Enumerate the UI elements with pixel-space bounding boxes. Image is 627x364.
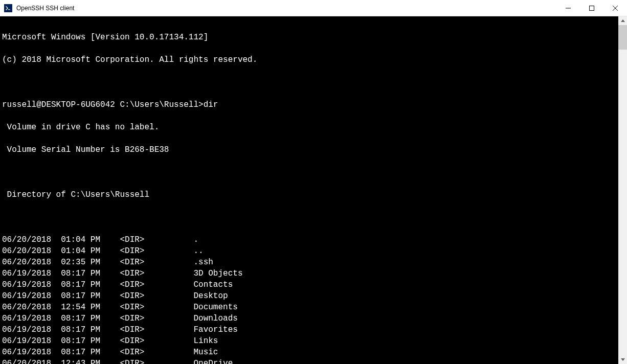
window-title: OpenSSH SSH client	[16, 5, 556, 12]
dir-listing: 06/20/2018 01:04 PM <DIR> .06/20/2018 01…	[2, 234, 618, 364]
scroll-down-icon[interactable]	[618, 355, 627, 364]
svg-rect-3	[590, 6, 594, 11]
terminal-line: Volume Serial Number is B268-BE38	[2, 144, 618, 155]
dir-entry: 06/19/2018 08:17 PM <DIR> Favorites	[2, 324, 618, 335]
dir-entry: 06/20/2018 01:04 PM <DIR> ..	[2, 245, 618, 257]
dir-entry: 06/20/2018 12:43 PM <DIR> OneDrive	[2, 358, 618, 364]
titlebar[interactable]: OpenSSH SSH client	[0, 0, 627, 16]
dir-entry: 06/20/2018 02:35 PM <DIR> .ssh	[2, 257, 618, 268]
window-controls	[556, 0, 627, 16]
terminal-line: Microsoft Windows [Version 10.0.17134.11…	[2, 32, 618, 43]
terminal[interactable]: Microsoft Windows [Version 10.0.17134.11…	[0, 16, 618, 364]
terminal-line	[2, 212, 618, 223]
maximize-button[interactable]	[580, 0, 603, 16]
terminal-line	[2, 77, 618, 88]
dir-entry: 06/19/2018 08:17 PM <DIR> Links	[2, 335, 618, 347]
dir-entry: 06/20/2018 01:04 PM <DIR> .	[2, 234, 618, 245]
dir-entry: 06/19/2018 08:17 PM <DIR> Desktop	[2, 290, 618, 302]
close-button[interactable]	[603, 0, 627, 16]
scroll-thumb[interactable]	[618, 25, 627, 50]
dir-entry: 06/20/2018 12:54 PM <DIR> Documents	[2, 302, 618, 313]
powershell-icon	[4, 4, 12, 12]
dir-entry: 06/19/2018 08:17 PM <DIR> 3D Objects	[2, 268, 618, 279]
scrollbar[interactable]	[618, 16, 627, 364]
terminal-prompt-line: russell@DESKTOP-6UG6042 C:\Users\Russell…	[2, 99, 618, 110]
minimize-button[interactable]	[556, 0, 580, 16]
terminal-line: Directory of C:\Users\Russell	[2, 189, 618, 200]
dir-entry: 06/19/2018 08:17 PM <DIR> Contacts	[2, 279, 618, 290]
terminal-line: (c) 2018 Microsoft Corporation. All righ…	[2, 54, 618, 65]
terminal-container: Microsoft Windows [Version 10.0.17134.11…	[0, 16, 627, 364]
scroll-up-icon[interactable]	[618, 16, 627, 25]
terminal-line	[2, 167, 618, 178]
terminal-line: Volume in drive C has no label.	[2, 122, 618, 133]
dir-entry: 06/19/2018 08:17 PM <DIR> Music	[2, 347, 618, 358]
dir-entry: 06/19/2018 08:17 PM <DIR> Downloads	[2, 313, 618, 324]
